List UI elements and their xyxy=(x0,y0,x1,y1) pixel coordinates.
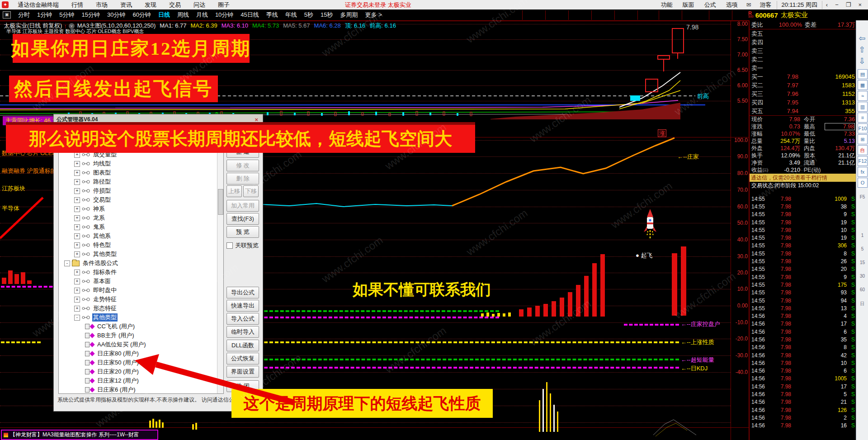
dialog-button[interactable]: 导入公式 xyxy=(226,313,259,325)
tree-item-label[interactable]: 停损型 xyxy=(92,187,112,195)
expand-icon[interactable]: + xyxy=(74,233,80,239)
expand-icon[interactable]: + xyxy=(74,206,80,212)
strip-icon[interactable]: ⇦ xyxy=(858,34,867,43)
tree-item-label[interactable]: 走势特征 xyxy=(92,295,118,303)
user-label[interactable]: 游客 xyxy=(755,1,777,9)
dialog-button[interactable]: DLL函数 xyxy=(226,340,259,351)
tree-item-label[interactable]: AA低位短买 (用户) xyxy=(96,341,147,349)
tree-item-label[interactable]: 均线型 xyxy=(92,160,112,168)
tree-item-label[interactable]: 日庄家50 (用户) xyxy=(96,359,140,367)
mail-icon[interactable]: ✉ xyxy=(743,1,755,8)
strip-icon[interactable]: F10 xyxy=(858,123,868,133)
expand-icon[interactable]: + xyxy=(74,306,80,312)
tree-item[interactable]: + 形态特征 xyxy=(59,304,223,313)
dialog-button[interactable]: 加入常用 xyxy=(226,200,259,212)
strip-shortcut[interactable]: 5 xyxy=(856,246,868,251)
tree-item-label[interactable]: 路径型 xyxy=(92,178,112,186)
strip-icon[interactable]: ⇩ xyxy=(858,57,867,66)
strip-icon[interactable]: ⊞ xyxy=(858,134,868,144)
tree-item-label[interactable]: 其他类型 xyxy=(92,250,118,258)
strip-shortcut[interactable]: 1 xyxy=(856,233,868,238)
tree-item[interactable]: + 均线型 xyxy=(59,159,223,168)
tree-item[interactable]: 日庄家80 (用户) xyxy=(59,349,223,358)
strip-icon[interactable]: fx xyxy=(858,167,868,177)
tree-item-label[interactable]: 指标条件 xyxy=(92,268,118,276)
promo-banner[interactable]: 通达信，仅需20元查看千档行情 xyxy=(750,174,857,182)
tree-item-label[interactable]: 即时盘中 xyxy=(92,286,118,294)
expand-icon[interactable]: - xyxy=(74,315,80,321)
expand-icon[interactable]: + xyxy=(74,188,80,194)
strip-icon[interactable]: F12 xyxy=(858,156,868,166)
tree-item-label[interactable]: 其他类型 xyxy=(92,313,118,322)
tree-item[interactable]: + 其他系 xyxy=(59,232,223,241)
expand-icon[interactable]: + xyxy=(74,170,80,176)
tree-item[interactable]: + 基本面 xyxy=(59,277,223,286)
window-control-button[interactable]: × xyxy=(854,1,865,8)
expand-icon[interactable]: + xyxy=(74,251,80,257)
tree-item-label[interactable]: 日庄家20 (用户) xyxy=(96,368,140,376)
expand-icon[interactable]: + xyxy=(74,161,80,167)
strip-icon[interactable]: ▥ xyxy=(858,102,868,112)
tree-item-label[interactable]: 日庄家80 (用户) xyxy=(96,350,140,358)
tree-item-label[interactable]: 形态特征 xyxy=(92,304,118,312)
dialog-button[interactable]: 修 改 xyxy=(226,160,259,171)
tree-item[interactable]: 日庄家50 (用户) xyxy=(59,358,223,367)
tree-item[interactable]: - 条件选股公式 xyxy=(59,259,223,268)
tree-item[interactable]: + 指标条件 xyxy=(59,268,223,277)
tree-item[interactable]: 日庄家20 (用户) xyxy=(59,367,223,376)
collapse-icon[interactable]: v xyxy=(69,23,75,29)
strip-shortcut[interactable]: 日 xyxy=(856,301,868,307)
tree-item[interactable]: 日庄家12 (用户) xyxy=(59,376,223,385)
strip-icon[interactable]: ▦ xyxy=(858,80,868,90)
tree-item[interactable]: BB主升 (用户) xyxy=(59,331,223,340)
tree-item-label[interactable]: 神系 xyxy=(92,205,106,213)
strip-icon[interactable]: 自 xyxy=(858,145,868,155)
tree-item[interactable]: + 停损型 xyxy=(59,186,223,195)
tree-item-label[interactable]: 日庄家6 (用户) xyxy=(96,386,137,394)
tree-item[interactable]: + 路径型 xyxy=(59,177,223,186)
tree-item[interactable]: + 图表型 xyxy=(59,168,223,177)
tree-item[interactable]: + 走势特征 xyxy=(59,295,223,304)
tree-item[interactable]: + 神系 xyxy=(59,204,223,213)
strip-icon[interactable]: ≡ xyxy=(858,113,868,123)
expand-icon[interactable]: + xyxy=(74,215,80,221)
dialog-button[interactable]: 快速导出 xyxy=(226,300,259,312)
expand-icon[interactable]: + xyxy=(74,179,80,185)
dialog-button[interactable]: 导出公式 xyxy=(226,287,259,298)
checkbox-icon[interactable] xyxy=(226,242,233,249)
strip-icon[interactable]: ⇧ xyxy=(858,45,867,54)
tree-item[interactable]: + 其他类型 xyxy=(59,250,223,259)
strip-shortcut[interactable]: 60 xyxy=(856,287,868,292)
tree-scrollbar[interactable] xyxy=(217,135,223,393)
expand-icon[interactable]: + xyxy=(74,242,80,248)
tree-item-label[interactable]: 龙系 xyxy=(92,214,106,222)
window-control-button[interactable]: ‹ xyxy=(822,1,831,8)
tree-item-label[interactable]: 特色型 xyxy=(92,241,112,249)
tree-item[interactable]: AA低位短买 (用户) xyxy=(59,340,223,349)
tree-item[interactable]: + 即时盘中 xyxy=(59,286,223,295)
tree-item-label[interactable]: CC飞机 (用户) xyxy=(96,322,136,331)
dialog-button[interactable]: 上移 xyxy=(226,185,242,197)
tree-item-label[interactable]: 鬼系 xyxy=(92,223,106,231)
dialog-button[interactable]: 公式恢复 xyxy=(226,353,259,364)
tree-item-label[interactable]: 其他系 xyxy=(92,232,112,240)
strip-icon[interactable]: ▤ xyxy=(858,69,868,79)
tree-item[interactable]: 日庄家6 (用户) xyxy=(59,385,223,394)
strip-icon[interactable]: ≈ xyxy=(858,91,868,101)
strip-shortcut[interactable]: F5 xyxy=(856,194,868,199)
strip-icon[interactable]: O xyxy=(858,178,868,188)
tree-item[interactable]: + 交易型 xyxy=(59,195,223,204)
window-control-button[interactable]: ❐ xyxy=(842,1,855,8)
tree-item[interactable]: - 其他类型 xyxy=(59,313,223,322)
tree-item-label[interactable]: 基本面 xyxy=(92,277,112,285)
tree-item-label[interactable]: 图表型 xyxy=(92,169,112,177)
expand-icon[interactable]: + xyxy=(74,270,80,275)
strip-shortcut[interactable]: 30 xyxy=(856,274,868,279)
tree-item-label[interactable]: 交易型 xyxy=(92,196,112,204)
strip-shortcut[interactable]: 15 xyxy=(856,260,868,265)
tree-item[interactable]: + 龙系 xyxy=(59,213,223,222)
expand-icon[interactable]: + xyxy=(74,288,80,293)
tree-item-label[interactable]: 日庄家12 (用户) xyxy=(96,377,140,385)
expand-icon[interactable]: - xyxy=(64,260,70,266)
dialog-button[interactable]: 查找(F3) xyxy=(226,213,259,225)
